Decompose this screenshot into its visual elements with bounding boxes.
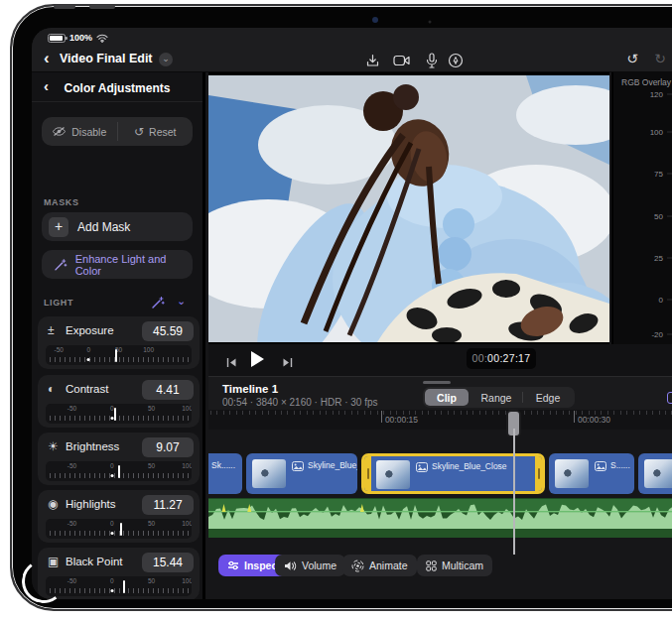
back-chevron-icon[interactable]: ‹ (44, 50, 50, 66)
ruler-tick (646, 411, 647, 415)
ruler-tick (249, 411, 250, 415)
scope-tick-label: 25 (654, 254, 663, 263)
param-value[interactable]: 45.59 (142, 321, 194, 341)
param-value[interactable]: 11.27 (142, 495, 194, 515)
param-value[interactable]: 4.41 (142, 380, 194, 400)
exposure-slider[interactable]: -50050100 (46, 345, 192, 365)
tick (168, 416, 169, 421)
ruler-tick (505, 411, 506, 415)
trim-handle-left[interactable] (364, 456, 371, 491)
ruler-tick (223, 411, 224, 415)
timeline-clip-selected[interactable]: Skyline_Blue_Close (361, 453, 545, 494)
animate-button[interactable]: Animate (342, 555, 417, 576)
slider-scale-label: 0 (110, 462, 114, 469)
mode-range[interactable]: Range (472, 389, 520, 406)
brightness-slider[interactable]: -50050100 (46, 461, 192, 481)
battery-percent: 100% (69, 33, 92, 43)
scope-tick-label: 75 (654, 170, 663, 179)
tick (74, 357, 75, 362)
timeline-clip[interactable] (638, 453, 672, 494)
tick (104, 357, 105, 362)
tick (173, 473, 174, 478)
tick (60, 473, 61, 478)
undo-icon[interactable]: ↺ (623, 51, 641, 66)
ruler-tick (326, 411, 327, 415)
tick (50, 357, 51, 362)
reset-label: Reset (149, 126, 176, 138)
slider-indicator[interactable] (114, 408, 116, 421)
video-preview[interactable] (208, 72, 609, 344)
ruler-tick (659, 411, 660, 415)
reset-button[interactable]: ↺ Reset (118, 117, 194, 146)
auto-enhance-icon[interactable] (151, 296, 165, 310)
add-mask-label: Add Mask (77, 220, 130, 234)
camera-icon[interactable] (393, 53, 411, 68)
photo-icon (416, 462, 428, 472)
param-value[interactable]: 15.44 (142, 553, 194, 572)
param-value[interactable]: 9.07 (142, 437, 194, 457)
tick (143, 588, 144, 593)
mode-clip[interactable]: Clip (425, 389, 469, 406)
play-button[interactable] (250, 350, 265, 372)
trim-handle-right[interactable] (535, 456, 542, 491)
volume-button[interactable]: Volume (275, 555, 345, 576)
ruler-tick (626, 411, 627, 415)
timeline-clock-icon[interactable] (667, 392, 672, 404)
timeline-clip[interactable]: Sk...... (208, 453, 242, 494)
ruler-tick (377, 411, 378, 415)
light-section-header[interactable]: LIGHT ⌄ (32, 295, 205, 310)
mode-edge[interactable]: Edge (525, 389, 571, 406)
add-mask-button[interactable]: + Add Mask (42, 212, 193, 241)
ruler-tick (563, 411, 564, 415)
ruler-tick (639, 411, 640, 415)
animate-icon (351, 559, 364, 572)
import-icon[interactable] (363, 53, 381, 68)
param-label: Contrast (66, 383, 108, 395)
disable-button[interactable]: Disable (42, 117, 117, 146)
timeline-clip[interactable]: Skyline_Blue_Wide (246, 453, 357, 494)
black-point-slider[interactable]: -50050100 (46, 576, 192, 596)
contrast-slider[interactable]: -50050100 (46, 404, 192, 424)
tick (178, 588, 179, 593)
tick (119, 357, 120, 362)
tick (143, 473, 144, 478)
chevron-down-icon[interactable]: ⌄ (177, 295, 186, 308)
ruler-tick (300, 411, 301, 415)
ruler-tick (307, 411, 308, 415)
ruler-tick (569, 411, 570, 415)
ruler-tick (229, 411, 230, 415)
highlights-slider[interactable]: -50050100 (46, 519, 192, 539)
clip-label: Sk...... (211, 460, 235, 470)
pencil-tools-icon[interactable] (447, 53, 465, 68)
slider-indicator[interactable] (120, 523, 122, 536)
title-disclosure-icon[interactable]: ⌄ (159, 53, 173, 66)
tick (104, 588, 105, 593)
scope-tick-label: 120 (650, 90, 664, 99)
project-title[interactable]: Video Final Edit (60, 52, 153, 65)
tick (89, 473, 90, 478)
timeline-clip[interactable]: S...... (549, 453, 634, 494)
audio-track[interactable] (208, 498, 672, 538)
tick (128, 416, 129, 421)
multicam-button[interactable]: Multicam (417, 555, 492, 576)
tick (133, 416, 134, 421)
ruler-tick (531, 411, 532, 415)
ruler-label: 00:00:30 (578, 415, 610, 425)
slider-indicator[interactable] (118, 465, 120, 478)
prev-frame-icon[interactable] (226, 354, 237, 372)
slider-indicator[interactable] (115, 349, 117, 362)
tick (188, 357, 189, 362)
enhance-button[interactable]: Enhance Light and Color (42, 250, 193, 279)
tick (178, 531, 179, 536)
mic-icon[interactable] (423, 53, 441, 68)
clip-label: Skyline_Blue_Wide (308, 460, 357, 470)
slider-scale-label: 100 (143, 346, 154, 353)
drag-handle[interactable] (423, 381, 451, 384)
slider-indicator[interactable] (123, 580, 125, 593)
tick (123, 473, 124, 478)
ruler-tick (435, 411, 436, 415)
ruler-tick (448, 411, 449, 415)
next-frame-icon[interactable] (282, 354, 293, 372)
timeline-ruler[interactable]: 00:00:1500:00:30 (208, 410, 672, 430)
tick (178, 416, 179, 421)
